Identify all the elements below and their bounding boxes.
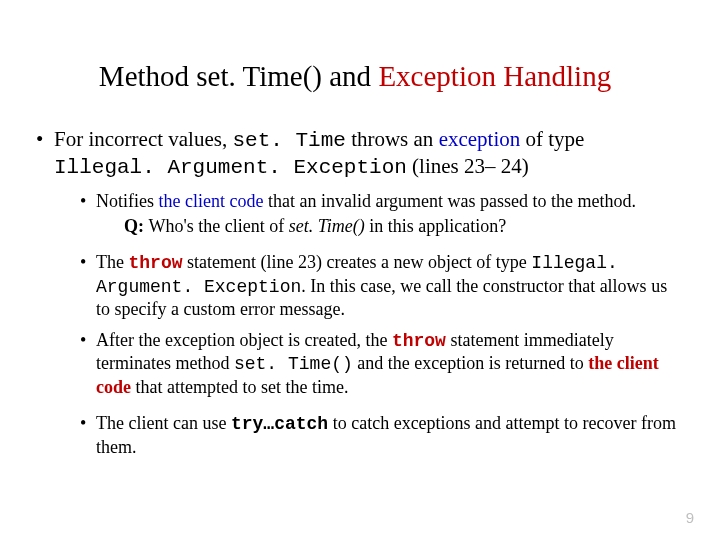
sub-bullet-list: Notifies the client code that an invalid… xyxy=(54,190,680,458)
sub-bullet-3: After the exception object is created, t… xyxy=(74,329,680,399)
s1-c: that an invalid argument was passed to t… xyxy=(263,191,636,211)
b1-settime: set. Time xyxy=(232,129,345,152)
page-number: 9 xyxy=(686,509,694,526)
s2-throw: throw xyxy=(128,253,182,273)
s3-a: After the exception object is created, t… xyxy=(96,330,392,350)
b1-a: For incorrect values, xyxy=(54,127,232,151)
slide: Method set. Time() and Exception Handlin… xyxy=(0,0,720,486)
s2-c: statement (line 23) creates a new object… xyxy=(183,252,532,272)
q-label: Q: xyxy=(124,216,149,236)
s2-a: The xyxy=(96,252,128,272)
b1-g: (lines 23– 24) xyxy=(407,154,529,178)
s4-a: The client can use xyxy=(96,413,231,433)
q-settime: set. Time() xyxy=(289,216,365,236)
bullet-1: For incorrect values, set. Time throws a… xyxy=(30,127,680,458)
s1-client-code: the client code xyxy=(159,191,264,211)
q-d: in this application? xyxy=(365,216,506,236)
question-line: Q: Who's the client of set. Time() in th… xyxy=(96,215,680,238)
sub-bullet-1: Notifies the client code that an invalid… xyxy=(74,190,680,237)
title-part-3: and xyxy=(322,60,378,92)
slide-title: Method set. Time() and Exception Handlin… xyxy=(30,60,680,93)
title-method-name: set. Time() xyxy=(196,60,322,92)
s3-settime: set. Time() xyxy=(234,354,353,374)
b1-exception: exception xyxy=(439,127,521,151)
s4-try-catch: try…catch xyxy=(231,414,328,434)
s3-g: that attempted to set the time. xyxy=(131,377,348,397)
title-exception-handling: Exception Handling xyxy=(378,60,611,92)
s1-a: Notifies xyxy=(96,191,159,211)
q-b: Who's the client of xyxy=(149,216,289,236)
s3-throw: throw xyxy=(392,331,446,351)
sub-bullet-4: The client can use try…catch to catch ex… xyxy=(74,412,680,458)
b1-illegal-arg: Illegal. Argument. Exception xyxy=(54,156,407,179)
sub-bullet-2: The throw statement (line 23) creates a … xyxy=(74,251,680,321)
bullet-list: For incorrect values, set. Time throws a… xyxy=(30,127,680,458)
b1-e: of type xyxy=(520,127,584,151)
title-part-1: Method xyxy=(99,60,196,92)
s3-e: and the exception is returned to xyxy=(353,353,588,373)
b1-c: throws an xyxy=(346,127,439,151)
